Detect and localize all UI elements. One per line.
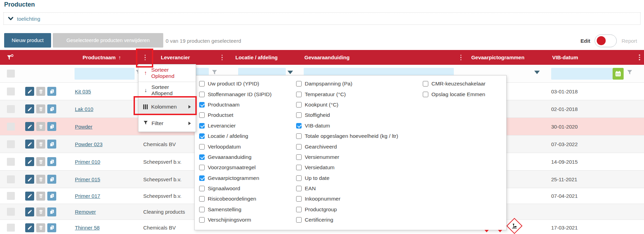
edit-report-toggle[interactable] <box>595 34 617 47</box>
checkbox[interactable] <box>199 133 205 139</box>
edit-button[interactable] <box>25 104 34 113</box>
checkbox[interactable] <box>296 102 302 108</box>
checkbox[interactable] <box>199 217 205 223</box>
delete-button[interactable] <box>36 87 45 96</box>
product-link[interactable]: Lak 010 <box>75 106 93 112</box>
column-toggle[interactable]: Stoffigheid <box>296 110 420 120</box>
column-toggle[interactable]: Inkoopnummer <box>296 194 420 204</box>
vib-datum-filter-input[interactable] <box>551 68 613 80</box>
copy-button[interactable] <box>47 207 56 216</box>
delete-button[interactable] <box>36 157 45 166</box>
checkbox[interactable] <box>296 92 302 97</box>
column-toggle[interactable]: Productnaam <box>199 100 295 110</box>
checkbox[interactable] <box>199 175 205 181</box>
pictogram-dropdown-arrow[interactable] <box>534 71 540 74</box>
delete-button[interactable] <box>36 122 45 131</box>
product-link[interactable]: Kit 035 <box>75 89 91 94</box>
filter-funnel-icon[interactable] <box>212 69 217 75</box>
checkbox[interactable] <box>423 81 428 87</box>
checkbox[interactable] <box>199 154 205 160</box>
checkbox[interactable] <box>296 144 302 150</box>
column-toggle[interactable]: Totale opgeslagen hoeveelheid (kg / ltr) <box>296 131 420 141</box>
row-checkbox[interactable] <box>7 158 15 166</box>
checkbox[interactable] <box>296 81 302 87</box>
product-link[interactable]: Primer 010 <box>75 159 100 165</box>
checkbox[interactable] <box>199 81 205 87</box>
checkbox[interactable] <box>199 102 205 108</box>
menu-item-sort-descending[interactable]: ↓ Sorteer Aflopend <box>138 82 196 99</box>
edit-button[interactable] <box>25 122 34 131</box>
product-link[interactable]: Powder 023 <box>75 141 103 147</box>
column-toggle[interactable]: Verloopdatum <box>199 141 295 152</box>
menu-item-filter[interactable]: Filter <box>138 115 196 132</box>
edit-button[interactable] <box>25 207 34 216</box>
column-toggle[interactable]: EAN <box>296 183 420 194</box>
column-header-gevaaraanduiding[interactable]: Gevaaraanduiding <box>300 50 464 65</box>
product-link[interactable]: Thinner 58 <box>75 225 100 231</box>
edit-button[interactable] <box>25 140 34 149</box>
checkbox[interactable] <box>199 144 205 150</box>
toelichting-expander[interactable]: toelichting <box>3 12 641 25</box>
checkbox[interactable] <box>199 186 205 191</box>
row-checkbox[interactable] <box>7 175 15 183</box>
edit-button[interactable] <box>25 87 34 96</box>
clear-filters-icon[interactable] <box>6 54 14 61</box>
column-toggle[interactable]: Productgroup <box>296 204 420 215</box>
delete-button[interactable] <box>36 104 45 113</box>
row-checkbox[interactable] <box>7 224 15 232</box>
column-toggle[interactable]: Kookpunt (°C) <box>296 100 420 110</box>
checkbox[interactable] <box>296 133 302 139</box>
column-toggle[interactable]: Versiedatum <box>296 162 420 173</box>
column-toggle[interactable]: Gevaarpictogrammen <box>199 173 295 183</box>
column-menu-kebab-icon[interactable] <box>459 53 463 62</box>
locatie-dropdown-arrow[interactable] <box>287 71 293 74</box>
row-checkbox[interactable] <box>7 88 15 95</box>
column-toggle[interactable]: Opslag locatie Emmen <box>423 89 506 99</box>
column-header-gevaarpictogrammen[interactable]: Gevaarpictogrammen <box>464 50 531 65</box>
checkbox[interactable] <box>423 92 428 97</box>
edit-button[interactable] <box>25 157 34 166</box>
checkbox[interactable] <box>296 165 302 170</box>
checkbox[interactable] <box>199 207 205 212</box>
column-toggle[interactable]: Signaalwoord <box>199 183 295 194</box>
checkbox[interactable] <box>296 186 302 191</box>
productnaam-filter-input[interactable] <box>75 68 135 80</box>
column-toggle[interactable]: Temperatuur (°C) <box>296 89 420 99</box>
column-header-vib-datum[interactable]: VIB-datum <box>531 50 635 65</box>
column-toggle[interactable]: Up to date <box>296 173 420 183</box>
column-toggle[interactable]: VIB-datum <box>296 121 420 131</box>
edit-button[interactable] <box>25 175 34 184</box>
column-toggle[interactable]: Certificering <box>296 215 420 225</box>
copy-button[interactable] <box>47 122 56 131</box>
filter-funnel-icon[interactable] <box>627 69 633 75</box>
column-toggle[interactable]: Stoffenmanager ID (SIPID) <box>199 89 295 99</box>
column-toggle[interactable]: Versienummer <box>296 152 420 162</box>
copy-button[interactable] <box>47 140 56 149</box>
checkbox[interactable] <box>199 196 205 202</box>
column-toggle[interactable]: Gevaaraanduiding <box>199 152 295 162</box>
product-link[interactable]: Primer 017 <box>75 193 100 199</box>
product-link[interactable]: Remover <box>75 209 96 215</box>
column-menu-kebab-icon[interactable] <box>637 53 642 62</box>
calendar-button[interactable] <box>613 68 624 80</box>
checkbox[interactable] <box>199 92 205 97</box>
checkbox[interactable] <box>296 154 302 160</box>
row-checkbox[interactable] <box>7 140 15 148</box>
delete-button[interactable] <box>36 207 45 216</box>
checkbox[interactable] <box>296 123 302 129</box>
delete-button[interactable] <box>36 140 45 149</box>
column-toggle[interactable]: Dampspanning (Pa) <box>296 79 420 89</box>
column-toggle[interactable]: CMR-keuzeschakelaar <box>423 79 506 89</box>
menu-item-sort-ascending[interactable]: ↑ Sorteer Oplopend <box>138 64 196 82</box>
row-checkbox[interactable] <box>7 208 15 216</box>
column-toggle[interactable]: Leverancier <box>199 121 295 131</box>
checkbox[interactable] <box>296 196 302 202</box>
column-toggle[interactable]: Voorzorgsmaatregel <box>199 162 295 173</box>
column-toggle[interactable]: Verschijningsvorm <box>199 215 295 225</box>
column-header-locatie[interactable]: Locatie / afdeling <box>223 50 300 65</box>
row-checkbox[interactable] <box>7 105 15 113</box>
checkbox[interactable] <box>296 175 302 181</box>
checkbox[interactable] <box>296 112 302 118</box>
copy-button[interactable] <box>47 157 56 166</box>
copy-button[interactable] <box>47 175 56 184</box>
